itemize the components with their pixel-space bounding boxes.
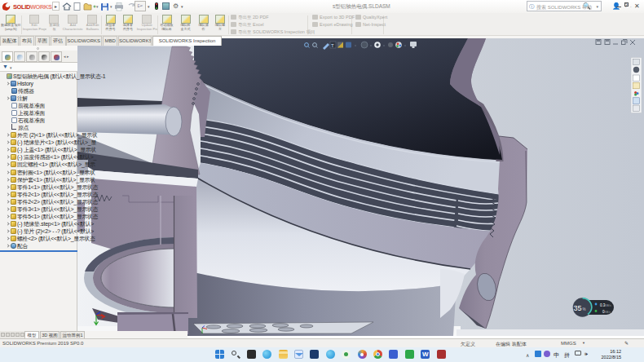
svg-text:0.3KB/s: 0.3KB/s xyxy=(600,303,611,307)
svg-text:%: % xyxy=(583,307,586,311)
svg-text:35: 35 xyxy=(574,304,582,312)
svg-text:0KB/s: 0KB/s xyxy=(602,310,611,314)
svg-text:▾: ▾ xyxy=(96,4,99,9)
svg-text:▾: ▾ xyxy=(110,4,112,9)
svg-text:T: T xyxy=(331,43,334,48)
